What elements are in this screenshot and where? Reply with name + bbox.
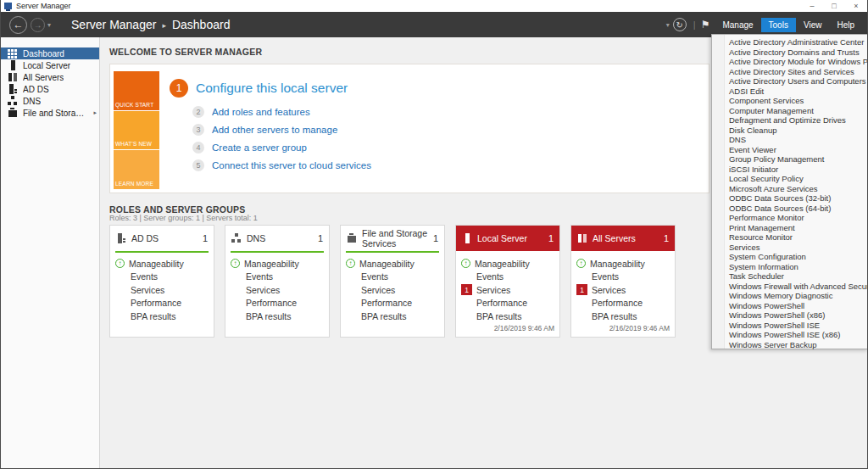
tools-menu-item[interactable]: Computer Management <box>712 106 868 116</box>
role-card-header[interactable]: AD DS 1 <box>110 226 214 251</box>
tools-menu-item[interactable]: Event Viewer <box>712 145 868 155</box>
role-card-header[interactable]: File and Storage Services 1 <box>341 226 444 251</box>
card-status-row[interactable]: ↑Manageability <box>231 257 329 271</box>
step-link[interactable]: Configure this local server <box>196 81 348 96</box>
tools-menu-item[interactable]: Group Policy Management <box>712 154 868 165</box>
tools-menu-item[interactable]: Windows PowerShell <box>712 301 868 311</box>
menu-bar-item[interactable]: Manage <box>715 18 760 32</box>
tools-menu-item[interactable]: Active Directory Module for Windows Powe… <box>712 57 868 67</box>
menu-bar-item[interactable]: Help <box>829 18 862 32</box>
tools-menu-item[interactable]: Active Directory Administrative Center <box>712 37 868 47</box>
tools-menu-item[interactable]: Active Directory Users and Computers <box>712 76 868 87</box>
tools-menu-item[interactable]: Microsoft Azure Services <box>712 184 868 194</box>
card-status-row[interactable]: BPA results <box>115 310 214 323</box>
card-status-row[interactable]: BPA results <box>576 310 675 323</box>
card-status-row[interactable]: BPA results <box>346 310 444 323</box>
role-card-header[interactable]: DNS 1 <box>225 226 329 251</box>
card-status-row[interactable]: Events <box>461 271 559 284</box>
quickstart-step[interactable]: 4 Create a server group <box>192 142 371 154</box>
quickstart-step[interactable]: 5 Connect this server to cloud services <box>192 159 371 171</box>
tools-menu-item[interactable]: System Configuration <box>712 252 868 262</box>
expand-arrow-icon[interactable]: ▸ <box>93 109 97 116</box>
card-status-row[interactable]: ↑Manageability <box>115 257 214 271</box>
welcome-tab[interactable]: LEARN MORE <box>114 150 159 189</box>
role-card-header[interactable]: All Servers 1 <box>571 226 675 251</box>
tools-menu-item[interactable]: Defragment and Optimize Drives <box>712 115 868 126</box>
step-link[interactable]: Add other servers to manage <box>212 125 337 135</box>
sidebar-item[interactable]: File and Storage Services ▸ <box>1 107 99 119</box>
tools-menu-item[interactable]: Component Services <box>712 96 868 106</box>
tools-menu-item[interactable]: ODBC Data Sources (64-bit) <box>712 204 868 214</box>
forward-icon[interactable]: → <box>31 18 45 32</box>
tools-menu-item[interactable]: System Information <box>712 262 868 272</box>
sidebar-item[interactable]: DNS <box>1 95 99 107</box>
tools-menu-item[interactable]: Active Directory Domains and Trusts <box>712 47 868 58</box>
history-chevron-down-icon[interactable]: ▾ <box>47 21 51 29</box>
sidebar-item[interactable]: Dashboard <box>1 47 99 59</box>
refresh-icon[interactable]: ↻ <box>673 18 687 31</box>
tools-menu-item[interactable]: Active Directory Sites and Services <box>712 67 868 77</box>
tools-menu-item[interactable]: Local Security Policy <box>712 174 868 184</box>
role-card-title[interactable]: All Servers <box>593 233 659 243</box>
role-card-title[interactable]: Local Server <box>477 233 543 243</box>
menu-bar-item[interactable]: Tools <box>761 18 796 32</box>
tools-menu-item[interactable]: Windows PowerShell (x86) <box>712 310 868 321</box>
card-status-row[interactable]: Services <box>115 283 214 297</box>
card-status-row[interactable]: BPA results <box>461 310 559 323</box>
close-button[interactable]: × <box>845 0 867 12</box>
refresh-chevron-down-icon[interactable]: ▾ <box>666 21 670 29</box>
tools-menu-item[interactable]: ADSI Edit <box>712 87 868 97</box>
tools-menu-item[interactable]: Windows Memory Diagnostic <box>712 291 868 301</box>
tools-menu-item[interactable]: Resource Monitor <box>712 232 868 243</box>
tools-menu-item[interactable]: DNS <box>712 135 868 145</box>
card-status-row[interactable]: ↑Manageability <box>346 257 444 271</box>
role-card-title[interactable]: AD DS <box>131 233 198 243</box>
card-status-row[interactable]: 1Services <box>576 283 675 297</box>
quickstart-step[interactable]: 2 Add roles and features <box>192 106 371 118</box>
role-card-title[interactable]: File and Storage Services <box>362 228 428 248</box>
notifications-flag-icon[interactable]: ⚑ <box>701 19 710 31</box>
welcome-tab[interactable]: QUICK START <box>114 71 159 110</box>
card-status-row[interactable]: ↑Manageability <box>576 257 675 271</box>
maximize-button[interactable]: □ <box>823 0 845 12</box>
card-status-row[interactable]: Events <box>231 271 329 284</box>
role-card-header[interactable]: Local Server 1 <box>456 226 559 251</box>
sidebar-item[interactable]: Local Server <box>1 59 99 71</box>
tools-menu-item[interactable]: Print Management <box>712 223 868 233</box>
card-status-row[interactable]: Services <box>231 283 329 297</box>
minimize-button[interactable]: – <box>801 0 823 12</box>
card-status-row[interactable]: ↑Manageability <box>461 257 559 271</box>
sidebar-item[interactable]: All Servers <box>1 71 99 83</box>
card-status-row[interactable]: Events <box>346 271 444 284</box>
step-link[interactable]: Create a server group <box>212 142 307 153</box>
step-link[interactable]: Add roles and features <box>212 107 310 117</box>
breadcrumb-root[interactable]: Server Manager <box>71 18 156 31</box>
tools-menu-item[interactable]: Windows PowerShell ISE <box>712 321 868 331</box>
card-status-row[interactable]: Services <box>346 283 444 297</box>
sidebar-item[interactable]: AD DS <box>1 83 99 95</box>
card-status-row[interactable]: Performance <box>576 297 675 310</box>
card-status-row[interactable]: Performance <box>461 297 559 310</box>
step-link[interactable]: Connect this server to cloud services <box>212 160 371 170</box>
tools-menu-item[interactable]: Services <box>712 243 868 253</box>
card-status-row[interactable]: Events <box>576 271 675 284</box>
card-status-row[interactable]: BPA results <box>231 310 329 323</box>
quickstart-step[interactable]: 1 Configure this local server <box>170 78 371 98</box>
role-card-title[interactable]: DNS <box>247 233 313 243</box>
tools-menu-item[interactable]: Windows PowerShell ISE (x86) <box>712 330 868 340</box>
tools-menu-item[interactable]: Task Scheduler <box>712 271 868 282</box>
tools-menu-item[interactable]: iSCSI Initiator <box>712 165 868 175</box>
tools-menu-item[interactable]: Disk Cleanup <box>712 126 868 136</box>
tools-menu-item[interactable]: Windows Firewall with Advanced Security <box>712 282 868 292</box>
menu-bar-item[interactable]: View <box>796 18 830 32</box>
quickstart-step[interactable]: 3 Add other servers to manage <box>192 124 371 136</box>
welcome-tab[interactable]: WHAT'S NEW <box>114 111 159 149</box>
card-status-row[interactable]: Performance <box>115 297 214 310</box>
tools-menu-item[interactable]: Windows Server Backup <box>712 340 868 350</box>
tools-menu-item[interactable]: Performance Monitor <box>712 213 868 223</box>
card-status-row[interactable]: Performance <box>231 297 329 310</box>
tools-menu-item[interactable]: ODBC Data Sources (32-bit) <box>712 193 868 204</box>
card-status-row[interactable]: Performance <box>346 297 444 310</box>
card-status-row[interactable]: 1Services <box>461 283 559 297</box>
card-status-row[interactable]: Events <box>115 271 214 284</box>
